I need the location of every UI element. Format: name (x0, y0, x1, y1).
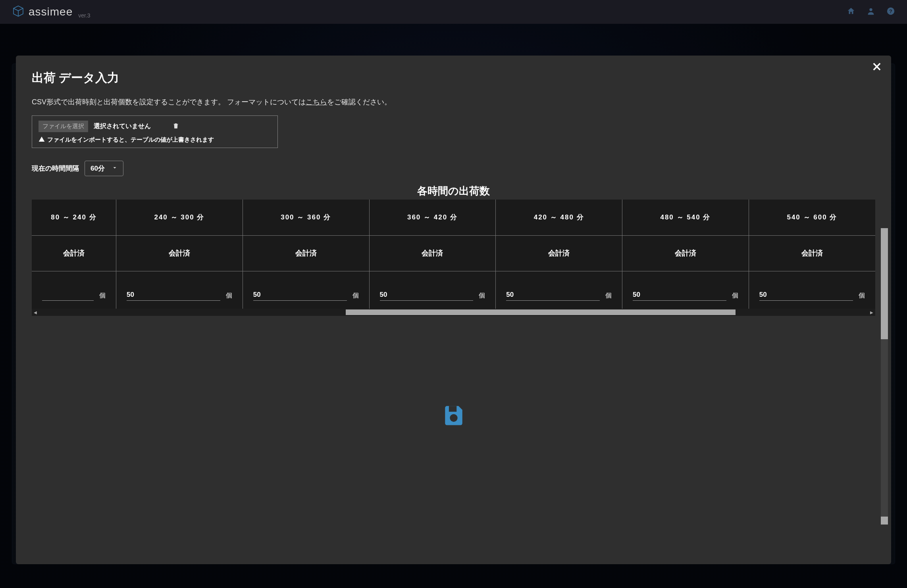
file-import-box: ファイルを選択 選択されていません ファイルをインポートすると、テーブルの値が上… (32, 115, 278, 148)
desc-text-post: をご確認ください。 (327, 98, 391, 106)
time-header: 540 ～ 600 分 (749, 213, 875, 222)
value-cell[interactable]: 50 個 (749, 271, 875, 309)
file-status: 選択されていません (94, 122, 151, 131)
topbar: assimee ver.3 ? (0, 0, 907, 24)
svg-rect-7 (449, 406, 456, 412)
brand-name: assimee (29, 6, 73, 18)
modal-title: 出荷 データ入力 (32, 70, 875, 86)
value-cell[interactable]: 50 個 (496, 271, 622, 309)
time-header: 480 ～ 540 分 (622, 213, 749, 222)
interval-label: 現在の時間間隔 (32, 164, 79, 173)
shipment-table: 80 ～ 240 分 240 ～ 300 分 300 ～ 360 分 360 ～… (32, 200, 875, 309)
status-label: 会計済 (370, 248, 496, 258)
value-input[interactable]: 50 (759, 291, 853, 301)
save-button[interactable] (442, 403, 465, 428)
unit-label: 個 (352, 292, 359, 301)
vertical-scrollbar[interactable] (881, 228, 888, 525)
status-label: 会計済 (496, 248, 622, 258)
svg-point-8 (450, 414, 457, 422)
help-icon[interactable]: ? (886, 7, 895, 17)
value-cell[interactable]: 50 個 (243, 271, 369, 309)
warning-icon (39, 136, 45, 144)
value-input[interactable]: 50 (380, 291, 474, 301)
value-input[interactable] (42, 299, 94, 301)
status-label: 会計済 (243, 248, 369, 258)
value-row: 個 50 個 50 個 (32, 271, 875, 309)
save-row (32, 403, 875, 428)
file-warning-text: ファイルをインポートすると、テーブルの値が上書きされます (47, 136, 214, 144)
table-area: 80 ～ 240 分 240 ～ 300 分 300 ～ 360 分 360 ～… (32, 200, 875, 316)
value-cell[interactable]: 50 個 (622, 271, 749, 309)
vertical-scroll-thumb[interactable] (881, 228, 888, 339)
interval-row: 現在の時間間隔 60分 (32, 161, 875, 176)
status-label: 会計済 (32, 248, 116, 258)
format-link[interactable]: こちら (306, 98, 327, 106)
modal-description: CSV形式で出荷時刻と出荷個数を設定することができます。 フォーマットについては… (32, 97, 875, 107)
unit-label: 個 (479, 292, 485, 301)
desc-text-pre: CSV形式で出荷時刻と出荷個数を設定することができます。 フォーマットについては (32, 98, 306, 106)
value-input[interactable]: 50 (253, 291, 347, 301)
unit-label: 個 (226, 292, 232, 301)
svg-text:?: ? (889, 8, 892, 14)
chevron-down-icon (112, 165, 117, 172)
home-icon[interactable] (847, 7, 855, 17)
unit-label: 個 (732, 292, 738, 301)
time-header: 80 ～ 240 分 (32, 213, 116, 222)
interval-value: 60分 (91, 164, 105, 173)
value-cell[interactable]: 個 (32, 271, 116, 309)
cube-icon (12, 5, 25, 19)
time-header: 360 ～ 420 分 (370, 213, 496, 222)
time-header: 420 ～ 480 分 (496, 213, 622, 222)
table-wrap: 80 ～ 240 分 240 ～ 300 分 300 ～ 360 分 360 ～… (32, 200, 875, 309)
unit-label: 個 (99, 292, 106, 301)
status-label: 会計済 (749, 248, 875, 258)
scroll-right-arrow[interactable]: ▶ (868, 309, 875, 316)
brand: assimee ver.3 (12, 5, 91, 19)
table-title: 各時間の出荷数 (32, 184, 875, 198)
horizontal-scrollbar[interactable]: ◀ ▶ (32, 309, 875, 316)
value-input[interactable]: 50 (127, 291, 220, 301)
status-row: 会計済 会計済 会計済 会計済 会計済 会計済 会計済 (32, 235, 875, 271)
user-icon[interactable] (867, 7, 875, 17)
brand-logo: assimee (12, 5, 73, 19)
shipment-data-modal: 出荷 データ入力 CSV形式で出荷時刻と出荷個数を設定することができます。 フォ… (16, 56, 891, 564)
scroll-track[interactable] (39, 309, 868, 316)
value-input[interactable]: 50 (633, 291, 726, 301)
scroll-left-arrow[interactable]: ◀ (32, 309, 39, 316)
unit-label: 個 (605, 292, 612, 301)
trash-icon[interactable] (172, 122, 179, 131)
scroll-thumb[interactable] (346, 309, 736, 315)
status-label: 会計済 (116, 248, 243, 258)
svg-point-2 (869, 8, 872, 11)
value-cell[interactable]: 50 個 (116, 271, 243, 309)
time-header: 240 ～ 300 分 (116, 213, 243, 222)
file-warning: ファイルをインポートすると、テーブルの値が上書きされます (39, 136, 271, 144)
status-label: 会計済 (622, 248, 749, 258)
time-header: 300 ～ 360 分 (243, 213, 369, 222)
value-input[interactable]: 50 (506, 291, 600, 301)
file-row: ファイルを選択 選択されていません (39, 121, 271, 132)
close-button[interactable] (871, 61, 882, 74)
choose-file-button[interactable]: ファイルを選択 (39, 121, 88, 132)
time-header-row: 80 ～ 240 分 240 ～ 300 分 300 ～ 360 分 360 ～… (32, 200, 875, 235)
value-cell[interactable]: 50 個 (370, 271, 496, 309)
vertical-scroll-thumb-bottom[interactable] (881, 517, 888, 525)
brand-version: ver.3 (78, 12, 90, 19)
interval-select[interactable]: 60分 (85, 161, 123, 176)
topbar-actions: ? (847, 7, 895, 17)
unit-label: 個 (859, 292, 865, 301)
